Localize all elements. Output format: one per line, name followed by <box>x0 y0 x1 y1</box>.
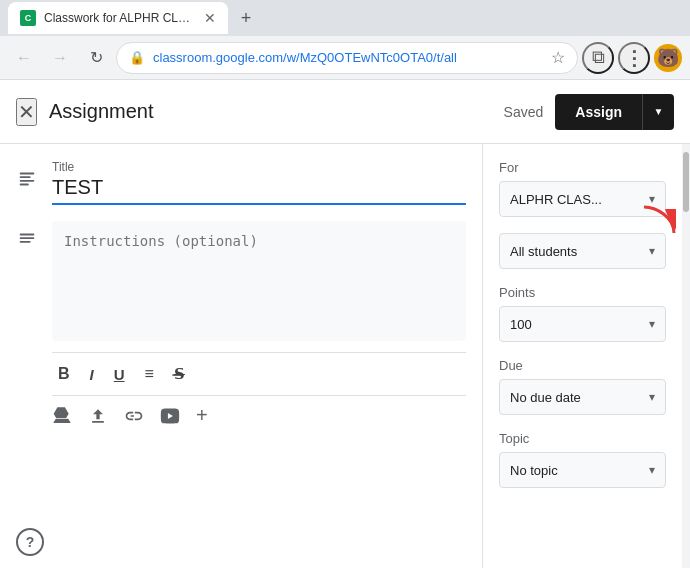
list-button[interactable]: ≡ <box>139 361 160 387</box>
title-field: Title <box>52 160 466 205</box>
scrollbar-thumb <box>683 152 689 212</box>
app-container: ✕ Assignment Saved Assign ▼ <box>0 80 690 568</box>
title-row: Title <box>16 160 466 205</box>
attachment-toolbar: + <box>52 395 466 435</box>
formatting-toolbar: B I U ≡ S̶ <box>52 352 466 395</box>
instructions-field: B I U ≡ S̶ <box>52 221 466 435</box>
due-section: Due No due date ▾ <box>499 358 666 415</box>
strikethrough-icon: S̶ <box>174 365 185 383</box>
strikethrough-button[interactable]: S̶ <box>168 361 191 387</box>
page-title: Assignment <box>49 100 154 123</box>
menu-button[interactable]: ⋮ <box>618 42 650 74</box>
forward-button[interactable]: → <box>44 42 76 74</box>
left-panel: Title B I U ≡ <box>0 144 482 568</box>
star-icon[interactable]: ☆ <box>551 48 565 67</box>
address-text: classroom.google.com/w/MzQ0OTEwNTc0OTA0/… <box>153 50 543 65</box>
for-label: For <box>499 160 666 175</box>
tab-title: Classwork for ALPHR CLASS SAM... <box>44 11 196 25</box>
points-label: Points <box>499 285 666 300</box>
nav-bar: ← → ↻ 🔒 classroom.google.com/w/MzQ0OTEwN… <box>0 36 690 80</box>
red-arrow-annotation <box>636 205 676 240</box>
svg-rect-2 <box>20 180 35 182</box>
topic-dropdown-text: No topic <box>510 463 649 478</box>
secure-icon: 🔒 <box>129 50 145 65</box>
due-label: Due <box>499 358 666 373</box>
assign-button-group: Assign ▼ <box>555 94 674 130</box>
address-bar[interactable]: 🔒 classroom.google.com/w/MzQ0OTEwNTc0OTA… <box>116 42 578 74</box>
class-dropdown-text: ALPHR CLAS... <box>510 192 649 207</box>
help-section: ? <box>16 528 44 556</box>
toolbar-left: ✕ Assignment <box>16 98 504 126</box>
topic-section: Topic No topic ▾ <box>499 431 666 488</box>
bold-button[interactable]: B <box>52 361 76 387</box>
svg-rect-5 <box>20 237 35 239</box>
class-dropdown-arrow-icon: ▾ <box>649 192 655 206</box>
topic-label: Topic <box>499 431 666 446</box>
title-input[interactable] <box>52 176 466 199</box>
due-dropdown-text: No due date <box>510 390 649 405</box>
reload-button[interactable]: ↻ <box>80 42 112 74</box>
extensions-button[interactable]: ⧉ <box>582 42 614 74</box>
topic-dropdown-arrow-icon: ▾ <box>649 463 655 477</box>
topic-dropdown[interactable]: No topic ▾ <box>499 452 666 488</box>
title-input-container: Title <box>52 160 466 205</box>
title-label: Title <box>52 160 466 174</box>
nav-icons: ⧉ ⋮ 🐻 <box>582 42 682 74</box>
help-button[interactable]: ? <box>16 528 44 556</box>
instructions-input[interactable] <box>52 221 466 341</box>
title-icon <box>16 168 40 195</box>
due-dropdown[interactable]: No due date ▾ <box>499 379 666 415</box>
app-toolbar: ✕ Assignment Saved Assign ▼ <box>0 80 690 144</box>
new-tab-button[interactable]: + <box>232 4 260 32</box>
saved-status: Saved <box>504 104 544 120</box>
students-dropdown-text: All students <box>510 244 649 259</box>
main-content: Title B I U ≡ <box>0 144 690 568</box>
instructions-row: B I U ≡ S̶ <box>16 221 466 435</box>
browser-chrome: C Classwork for ALPHR CLASS SAM... ✕ + ←… <box>0 0 690 80</box>
students-dropdown-arrow-icon: ▾ <box>649 244 655 258</box>
link-attach-button[interactable] <box>124 406 144 426</box>
instructions-icon <box>16 229 40 256</box>
svg-rect-1 <box>20 176 31 178</box>
tab-favicon: C <box>20 10 36 26</box>
points-dropdown-text: 100 <box>510 317 649 332</box>
upload-attach-button[interactable] <box>88 406 108 426</box>
close-button[interactable]: ✕ <box>16 98 37 126</box>
tab-bar: C Classwork for ALPHR CLASS SAM... ✕ + <box>0 0 690 36</box>
underline-button[interactable]: U <box>108 362 131 387</box>
drive-attach-button[interactable] <box>52 406 72 426</box>
more-attach-button[interactable]: + <box>196 404 208 427</box>
points-section: Points 100 ▾ <box>499 285 666 342</box>
assign-dropdown-arrow-icon: ▼ <box>654 106 664 117</box>
toolbar-right: Saved Assign ▼ <box>504 94 674 130</box>
italic-button[interactable]: I <box>84 362 100 387</box>
students-section: All students ▾ <box>499 233 666 269</box>
svg-rect-6 <box>20 241 31 243</box>
points-dropdown-arrow-icon: ▾ <box>649 317 655 331</box>
active-tab[interactable]: C Classwork for ALPHR CLASS SAM... ✕ <box>8 2 228 34</box>
youtube-attach-button[interactable] <box>160 406 180 426</box>
right-scrollbar[interactable] <box>682 144 690 568</box>
assign-button[interactable]: Assign <box>555 94 642 130</box>
right-panel: For ALPHR CLAS... ▾ All students ▾ <box>482 144 682 568</box>
assign-dropdown-button[interactable]: ▼ <box>642 94 674 130</box>
points-dropdown[interactable]: 100 ▾ <box>499 306 666 342</box>
profile-avatar[interactable]: 🐻 <box>654 44 682 72</box>
due-dropdown-arrow-icon: ▾ <box>649 390 655 404</box>
svg-rect-4 <box>20 234 35 236</box>
svg-rect-3 <box>20 184 29 186</box>
tab-close-icon[interactable]: ✕ <box>204 10 216 26</box>
back-button[interactable]: ← <box>8 42 40 74</box>
svg-rect-0 <box>20 173 35 175</box>
